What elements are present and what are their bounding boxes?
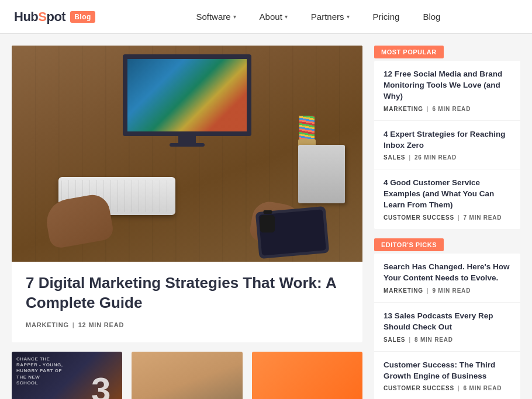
logo-link[interactable]: HubSpot Blog: [14, 9, 95, 25]
featured-category: MARKETING: [26, 321, 69, 328]
sidebar-title-4: Search Has Changed. Here's How Your Cont…: [384, 262, 511, 284]
sidebar-card-3[interactable]: 4 Good Customer Service Examples (and Wh…: [374, 169, 520, 229]
editors-picks-badge: Editor's Picks: [374, 238, 444, 251]
sidebar-meta-2: SALES | 26 MIN READ: [384, 154, 511, 161]
sidebar-category-1: MARKETING: [384, 106, 423, 112]
grid-item-1[interactable]: Chance the Rapper - Young, Hungry Part o…: [12, 352, 122, 399]
editors-picks-cards: Search Has Changed. Here's How Your Cont…: [374, 254, 520, 399]
sidebar-readtime-6: 6 MIN READ: [464, 385, 502, 391]
monitor-stand: [178, 136, 196, 143]
nav-about[interactable]: About ▾: [248, 0, 299, 34]
sidebar-category-4: MARKETING: [384, 287, 423, 294]
sidebar-readtime-4: 9 MIN READ: [432, 287, 471, 294]
sidebar-title-6: Customer Success: The Third Growth Engin…: [384, 360, 511, 382]
grid-item-2[interactable]: [132, 352, 242, 399]
sidebar-meta-6: CUSTOMER SUCCESS | 6 MIN READ: [384, 385, 511, 391]
article-meta: MARKETING | 12 MIN READ: [26, 321, 348, 328]
sidebar-title-2: 4 Expert Strategies for Reaching Inbox Z…: [384, 129, 511, 151]
right-sidebar: Most Popular 12 Free Social Media and Br…: [362, 46, 520, 399]
meta-pipe-6: |: [458, 385, 460, 391]
sidebar-meta-1: MARKETING | 6 MIN READ: [384, 106, 511, 112]
desk-scene: [12, 46, 362, 262]
blog-badge: Blog: [70, 11, 95, 23]
meta-pipe: |: [427, 106, 429, 112]
sidebar-category-6: CUSTOMER SUCCESS: [384, 385, 454, 391]
logo-spot: S: [38, 9, 46, 24]
meta-pipe-2: |: [409, 154, 411, 161]
most-popular-cards: 12 Free Social Media and Brand Monitorin…: [374, 61, 520, 229]
sidebar-category-5: SALES: [384, 336, 405, 343]
sidebar-card-5[interactable]: 13 Sales Podcasts Every Rep Should Check…: [374, 303, 520, 352]
nav-partners[interactable]: Partners ▾: [299, 0, 361, 34]
grid-thumb-woman: [132, 352, 242, 399]
grid-item-3[interactable]: [252, 352, 362, 399]
main-container: 7 Digital Marketing Strategies That Work…: [0, 34, 532, 399]
monitor-base: [170, 143, 205, 147]
left-column: 7 Digital Marketing Strategies That Work…: [12, 46, 362, 399]
chance-text: Chance the Rapper - Young, Hungry Part o…: [16, 356, 63, 387]
sidebar-readtime-5: 8 MIN READ: [414, 336, 453, 343]
meta-pipe-5: |: [409, 336, 411, 343]
tablet: [255, 206, 330, 259]
sidebar-title-5: 13 Sales Podcasts Every Rep Should Check…: [384, 311, 511, 333]
most-popular-section: Most Popular 12 Free Social Media and Br…: [374, 46, 520, 229]
sidebar-card-4[interactable]: Search Has Changed. Here's How Your Cont…: [374, 254, 520, 303]
sidebar-meta-4: MARKETING | 9 MIN READ: [384, 287, 511, 294]
sidebar-readtime-1: 6 MIN READ: [432, 106, 471, 112]
meta-separator: |: [72, 321, 75, 328]
notebook: [298, 145, 345, 203]
sidebar-title-3: 4 Good Customer Service Examples (and Wh…: [384, 178, 511, 211]
featured-title: 7 Digital Marketing Strategies That Work…: [26, 273, 348, 313]
navbar: HubSpot Blog Software ▾ About ▾ Partners…: [0, 0, 532, 34]
featured-article[interactable]: 7 Digital Marketing Strategies That Work…: [12, 46, 362, 342]
nav-blog[interactable]: Blog: [411, 0, 452, 34]
nav-software[interactable]: Software ▾: [184, 0, 247, 34]
sidebar-readtime-3: 7 MIN READ: [464, 214, 502, 221]
most-popular-badge: Most Popular: [374, 46, 444, 58]
sidebar-title-1: 12 Free Social Media and Brand Monitorin…: [384, 69, 511, 102]
featured-text: 7 Digital Marketing Strategies That Work…: [12, 262, 362, 342]
grid-thumb-chance: Chance the Rapper - Young, Hungry Part o…: [12, 352, 122, 399]
monitor-screen: [123, 54, 251, 136]
sidebar-card-6[interactable]: Customer Success: The Third Growth Engin…: [374, 352, 520, 399]
sidebar-card-1[interactable]: 12 Free Social Media and Brand Monitorin…: [374, 61, 520, 121]
smartwatch: [260, 215, 275, 233]
article-grid: Chance the Rapper - Young, Hungry Part o…: [12, 352, 362, 399]
sidebar-category-2: SALES: [384, 154, 405, 161]
meta-pipe-3: |: [458, 214, 460, 221]
monitor: [117, 54, 257, 148]
featured-image: [12, 46, 362, 262]
chevron-down-icon: ▾: [233, 13, 236, 20]
grid-thumb-orange: [252, 352, 362, 399]
sidebar-meta-5: SALES | 8 MIN READ: [384, 336, 511, 343]
nav-links: Software ▾ About ▾ Partners ▾ Pricing Bl…: [119, 0, 518, 34]
chevron-down-icon: ▾: [285, 13, 288, 20]
sidebar-category-3: CUSTOMER SUCCESS: [384, 214, 454, 221]
sidebar-card-2[interactable]: 4 Expert Strategies for Reaching Inbox Z…: [374, 121, 520, 170]
editors-picks-section: Editor's Picks Search Has Changed. Here'…: [374, 238, 520, 399]
nav-pricing[interactable]: Pricing: [361, 0, 412, 34]
featured-read-time: 12 MIN READ: [78, 321, 124, 328]
chevron-down-icon: ▾: [347, 13, 350, 20]
sidebar-meta-3: CUSTOMER SUCCESS | 7 MIN READ: [384, 214, 511, 221]
logo-text: HubSpot: [14, 9, 65, 25]
sidebar-readtime-2: 26 MIN READ: [414, 154, 457, 161]
meta-pipe-4: |: [427, 287, 429, 294]
